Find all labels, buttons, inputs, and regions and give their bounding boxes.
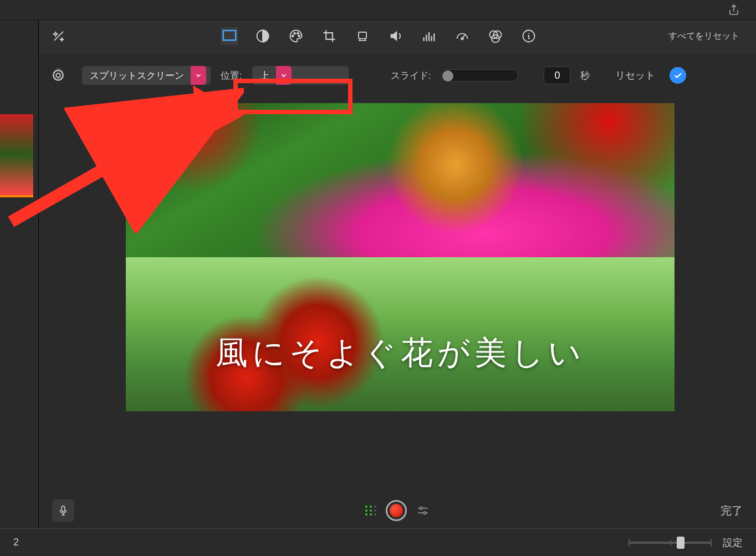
svg-rect-0 — [223, 30, 236, 40]
overlay-tool[interactable] — [221, 27, 238, 45]
svg-point-4 — [294, 33, 295, 34]
inspector-panel: すべてをリセット スプリットスクリーン 位置: 上 — [39, 20, 756, 528]
svg-point-15 — [420, 507, 422, 509]
crop-tool[interactable] — [320, 27, 338, 45]
inspector-toolbar: すべてをリセット — [39, 20, 756, 53]
color-tool[interactable] — [287, 27, 305, 45]
preview-controls: 完了 — [39, 493, 756, 528]
slide-label: スライド: — [391, 69, 431, 82]
contrast-tool[interactable] — [254, 27, 272, 45]
adjust-sliders-icon[interactable] — [416, 503, 430, 518]
countdown-dots — [365, 506, 377, 516]
reset-all-button[interactable]: すべてをリセット — [668, 30, 739, 42]
overlay-controls: スプリットスクリーン 位置: 上 スライド: 0 秒 リセ — [39, 53, 756, 98]
slide-slider[interactable] — [441, 69, 518, 81]
svg-point-8 — [461, 38, 463, 40]
preview-area: 風にそよぐ花が美しい — [39, 98, 756, 493]
apply-checkmark[interactable] — [670, 67, 686, 84]
footer-bar: 2 設定 — [0, 528, 756, 556]
slide-value-input[interactable]: 0 — [544, 67, 570, 84]
speed-tool[interactable] — [453, 27, 471, 45]
video-preview[interactable]: 風にそよぐ花が美しい — [126, 103, 675, 411]
zoom-slider[interactable] — [629, 542, 712, 544]
share-icon[interactable] — [727, 3, 740, 17]
split-screen-label: スプリットスクリーン — [82, 69, 191, 82]
zoom-knob[interactable] — [677, 537, 685, 549]
svg-point-13 — [56, 73, 60, 78]
position-value: 上 — [252, 69, 276, 82]
magic-wand-icon[interactable] — [50, 27, 68, 45]
svg-point-6 — [298, 35, 300, 37]
settings-button[interactable]: 設定 — [723, 536, 743, 549]
done-button[interactable]: 完了 — [721, 503, 743, 518]
position-label: 位置: — [221, 69, 242, 82]
svg-rect-14 — [62, 506, 65, 512]
svg-rect-7 — [359, 32, 366, 39]
record-button[interactable] — [386, 500, 407, 521]
position-dropdown[interactable]: 上 — [252, 66, 349, 85]
svg-rect-1 — [223, 30, 236, 40]
titlebar — [0, 0, 756, 20]
sidebar — [0, 20, 39, 528]
chevron-down-icon — [276, 66, 292, 85]
main-area: すべてをリセット スプリットスクリーン 位置: 上 — [0, 20, 756, 528]
equalizer-tool[interactable] — [420, 27, 438, 45]
gear-icon[interactable] — [49, 66, 68, 85]
svg-point-5 — [297, 33, 299, 34]
preview-top-clip — [126, 103, 675, 257]
svg-point-16 — [423, 512, 426, 514]
split-screen-dropdown[interactable]: スプリットスクリーン — [82, 66, 211, 85]
chevron-down-icon — [191, 66, 206, 85]
stabilize-tool[interactable] — [354, 27, 371, 45]
info-tool[interactable] — [520, 27, 538, 45]
clip-thumbnail[interactable] — [0, 114, 33, 197]
reset-button[interactable]: リセット — [615, 69, 655, 82]
volume-tool[interactable] — [387, 27, 405, 45]
slider-knob[interactable] — [442, 70, 453, 81]
filters-tool[interactable] — [487, 27, 504, 45]
seconds-label: 秒 — [580, 69, 590, 82]
microphone-button[interactable] — [52, 499, 74, 522]
svg-point-3 — [292, 35, 294, 37]
footer-value: 2 — [13, 537, 19, 548]
preview-caption: 風にそよぐ花が美しい — [126, 331, 675, 375]
